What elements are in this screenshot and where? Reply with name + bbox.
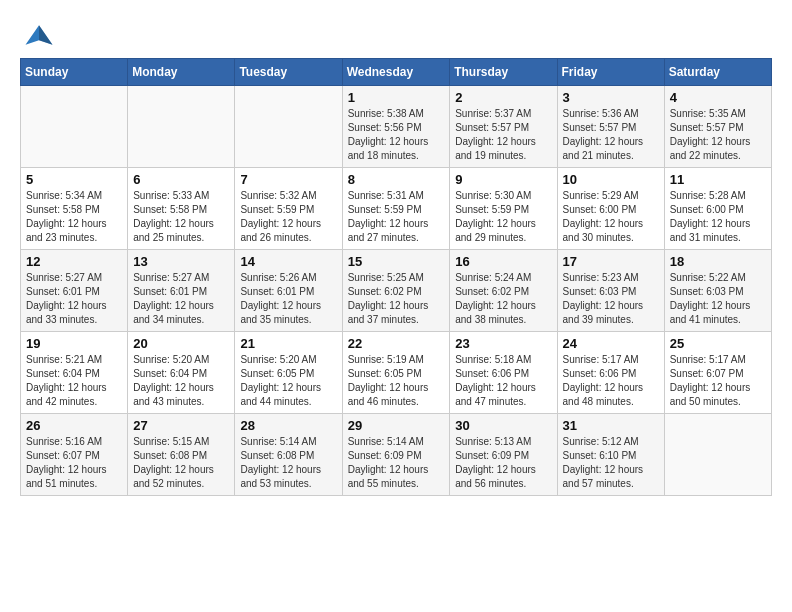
calendar-cell: 17Sunrise: 5:23 AMSunset: 6:03 PMDayligh… (557, 250, 664, 332)
day-number: 15 (348, 254, 445, 269)
day-info: Sunrise: 5:17 AMSunset: 6:06 PMDaylight:… (563, 353, 659, 409)
calendar-cell: 19Sunrise: 5:21 AMSunset: 6:04 PMDayligh… (21, 332, 128, 414)
day-number: 1 (348, 90, 445, 105)
day-number: 21 (240, 336, 336, 351)
logo (20, 20, 54, 50)
calendar-cell (235, 86, 342, 168)
calendar-cell: 8Sunrise: 5:31 AMSunset: 5:59 PMDaylight… (342, 168, 450, 250)
day-info: Sunrise: 5:26 AMSunset: 6:01 PMDaylight:… (240, 271, 336, 327)
calendar-cell: 3Sunrise: 5:36 AMSunset: 5:57 PMDaylight… (557, 86, 664, 168)
day-number: 18 (670, 254, 766, 269)
day-info: Sunrise: 5:37 AMSunset: 5:57 PMDaylight:… (455, 107, 551, 163)
day-number: 9 (455, 172, 551, 187)
calendar-cell: 24Sunrise: 5:17 AMSunset: 6:06 PMDayligh… (557, 332, 664, 414)
calendar-cell: 22Sunrise: 5:19 AMSunset: 6:05 PMDayligh… (342, 332, 450, 414)
day-number: 19 (26, 336, 122, 351)
day-info: Sunrise: 5:14 AMSunset: 6:09 PMDaylight:… (348, 435, 445, 491)
weekday-header-tuesday: Tuesday (235, 59, 342, 86)
day-number: 30 (455, 418, 551, 433)
calendar-cell: 12Sunrise: 5:27 AMSunset: 6:01 PMDayligh… (21, 250, 128, 332)
calendar-cell: 25Sunrise: 5:17 AMSunset: 6:07 PMDayligh… (664, 332, 771, 414)
calendar-cell: 7Sunrise: 5:32 AMSunset: 5:59 PMDaylight… (235, 168, 342, 250)
day-number: 3 (563, 90, 659, 105)
day-info: Sunrise: 5:20 AMSunset: 6:05 PMDaylight:… (240, 353, 336, 409)
calendar-cell: 18Sunrise: 5:22 AMSunset: 6:03 PMDayligh… (664, 250, 771, 332)
day-info: Sunrise: 5:38 AMSunset: 5:56 PMDaylight:… (348, 107, 445, 163)
day-number: 23 (455, 336, 551, 351)
calendar-cell: 5Sunrise: 5:34 AMSunset: 5:58 PMDaylight… (21, 168, 128, 250)
calendar-week-1: 1Sunrise: 5:38 AMSunset: 5:56 PMDaylight… (21, 86, 772, 168)
day-number: 20 (133, 336, 229, 351)
calendar-cell: 29Sunrise: 5:14 AMSunset: 6:09 PMDayligh… (342, 414, 450, 496)
calendar-cell: 16Sunrise: 5:24 AMSunset: 6:02 PMDayligh… (450, 250, 557, 332)
weekday-header-saturday: Saturday (664, 59, 771, 86)
day-info: Sunrise: 5:28 AMSunset: 6:00 PMDaylight:… (670, 189, 766, 245)
calendar-week-5: 26Sunrise: 5:16 AMSunset: 6:07 PMDayligh… (21, 414, 772, 496)
day-info: Sunrise: 5:31 AMSunset: 5:59 PMDaylight:… (348, 189, 445, 245)
svg-marker-1 (39, 25, 53, 45)
day-number: 8 (348, 172, 445, 187)
day-number: 16 (455, 254, 551, 269)
day-number: 24 (563, 336, 659, 351)
day-info: Sunrise: 5:34 AMSunset: 5:58 PMDaylight:… (26, 189, 122, 245)
calendar-week-4: 19Sunrise: 5:21 AMSunset: 6:04 PMDayligh… (21, 332, 772, 414)
calendar-body: 1Sunrise: 5:38 AMSunset: 5:56 PMDaylight… (21, 86, 772, 496)
day-number: 5 (26, 172, 122, 187)
calendar-cell: 6Sunrise: 5:33 AMSunset: 5:58 PMDaylight… (128, 168, 235, 250)
day-info: Sunrise: 5:36 AMSunset: 5:57 PMDaylight:… (563, 107, 659, 163)
day-number: 26 (26, 418, 122, 433)
calendar-cell: 14Sunrise: 5:26 AMSunset: 6:01 PMDayligh… (235, 250, 342, 332)
calendar-cell: 2Sunrise: 5:37 AMSunset: 5:57 PMDaylight… (450, 86, 557, 168)
day-number: 17 (563, 254, 659, 269)
day-info: Sunrise: 5:22 AMSunset: 6:03 PMDaylight:… (670, 271, 766, 327)
day-info: Sunrise: 5:25 AMSunset: 6:02 PMDaylight:… (348, 271, 445, 327)
day-info: Sunrise: 5:27 AMSunset: 6:01 PMDaylight:… (26, 271, 122, 327)
calendar-cell: 21Sunrise: 5:20 AMSunset: 6:05 PMDayligh… (235, 332, 342, 414)
day-number: 13 (133, 254, 229, 269)
day-info: Sunrise: 5:14 AMSunset: 6:08 PMDaylight:… (240, 435, 336, 491)
day-info: Sunrise: 5:32 AMSunset: 5:59 PMDaylight:… (240, 189, 336, 245)
day-info: Sunrise: 5:12 AMSunset: 6:10 PMDaylight:… (563, 435, 659, 491)
calendar-cell: 26Sunrise: 5:16 AMSunset: 6:07 PMDayligh… (21, 414, 128, 496)
day-number: 11 (670, 172, 766, 187)
day-info: Sunrise: 5:16 AMSunset: 6:07 PMDaylight:… (26, 435, 122, 491)
calendar-cell: 30Sunrise: 5:13 AMSunset: 6:09 PMDayligh… (450, 414, 557, 496)
weekday-header-row: SundayMondayTuesdayWednesdayThursdayFrid… (21, 59, 772, 86)
page-header (20, 20, 772, 50)
calendar-cell (21, 86, 128, 168)
calendar-cell: 4Sunrise: 5:35 AMSunset: 5:57 PMDaylight… (664, 86, 771, 168)
day-number: 22 (348, 336, 445, 351)
day-number: 7 (240, 172, 336, 187)
calendar-cell: 9Sunrise: 5:30 AMSunset: 5:59 PMDaylight… (450, 168, 557, 250)
day-number: 27 (133, 418, 229, 433)
day-info: Sunrise: 5:17 AMSunset: 6:07 PMDaylight:… (670, 353, 766, 409)
day-info: Sunrise: 5:24 AMSunset: 6:02 PMDaylight:… (455, 271, 551, 327)
day-info: Sunrise: 5:30 AMSunset: 5:59 PMDaylight:… (455, 189, 551, 245)
weekday-header-sunday: Sunday (21, 59, 128, 86)
calendar-cell: 13Sunrise: 5:27 AMSunset: 6:01 PMDayligh… (128, 250, 235, 332)
calendar-cell: 15Sunrise: 5:25 AMSunset: 6:02 PMDayligh… (342, 250, 450, 332)
weekday-header-friday: Friday (557, 59, 664, 86)
day-number: 6 (133, 172, 229, 187)
calendar-week-2: 5Sunrise: 5:34 AMSunset: 5:58 PMDaylight… (21, 168, 772, 250)
calendar-cell: 27Sunrise: 5:15 AMSunset: 6:08 PMDayligh… (128, 414, 235, 496)
weekday-header-monday: Monday (128, 59, 235, 86)
calendar-week-3: 12Sunrise: 5:27 AMSunset: 6:01 PMDayligh… (21, 250, 772, 332)
day-number: 2 (455, 90, 551, 105)
day-info: Sunrise: 5:29 AMSunset: 6:00 PMDaylight:… (563, 189, 659, 245)
day-info: Sunrise: 5:18 AMSunset: 6:06 PMDaylight:… (455, 353, 551, 409)
calendar-cell: 20Sunrise: 5:20 AMSunset: 6:04 PMDayligh… (128, 332, 235, 414)
day-info: Sunrise: 5:20 AMSunset: 6:04 PMDaylight:… (133, 353, 229, 409)
calendar-cell: 11Sunrise: 5:28 AMSunset: 6:00 PMDayligh… (664, 168, 771, 250)
day-info: Sunrise: 5:21 AMSunset: 6:04 PMDaylight:… (26, 353, 122, 409)
calendar-cell (664, 414, 771, 496)
day-number: 4 (670, 90, 766, 105)
day-number: 29 (348, 418, 445, 433)
calendar-cell: 28Sunrise: 5:14 AMSunset: 6:08 PMDayligh… (235, 414, 342, 496)
day-info: Sunrise: 5:15 AMSunset: 6:08 PMDaylight:… (133, 435, 229, 491)
day-number: 25 (670, 336, 766, 351)
day-info: Sunrise: 5:13 AMSunset: 6:09 PMDaylight:… (455, 435, 551, 491)
calendar-cell: 23Sunrise: 5:18 AMSunset: 6:06 PMDayligh… (450, 332, 557, 414)
day-number: 28 (240, 418, 336, 433)
day-info: Sunrise: 5:27 AMSunset: 6:01 PMDaylight:… (133, 271, 229, 327)
